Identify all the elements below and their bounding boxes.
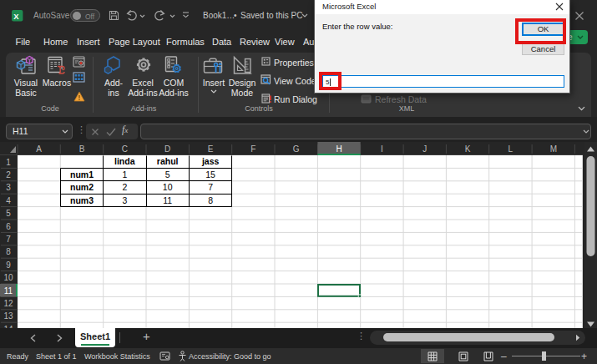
svg-text:7: 7 [208, 182, 213, 192]
svg-text:jass: jass [201, 156, 220, 166]
svg-text:10: 10 [163, 182, 173, 192]
svg-text:E: E [208, 144, 214, 154]
svg-text:4: 4 [6, 196, 11, 205]
svg-text:2: 2 [122, 182, 127, 192]
svg-text:B: B [79, 144, 85, 154]
svg-text:3: 3 [122, 195, 127, 205]
svg-text:H: H [336, 144, 342, 154]
svg-text:F: F [250, 144, 255, 154]
svg-text:7: 7 [6, 235, 11, 244]
svg-text:C: C [122, 144, 128, 154]
svg-text:3: 3 [6, 183, 11, 192]
svg-text:10: 10 [3, 273, 13, 282]
svg-text:1: 1 [122, 169, 127, 179]
svg-text:linda: linda [114, 156, 135, 166]
svg-text:num3: num3 [70, 195, 94, 205]
svg-text:K: K [465, 144, 471, 154]
svg-text:12: 12 [3, 299, 13, 308]
svg-text:L: L [508, 144, 514, 154]
svg-text:11: 11 [4, 286, 13, 296]
svg-text:9: 9 [6, 260, 11, 270]
svg-text:2: 2 [6, 170, 11, 179]
svg-text:11: 11 [163, 195, 172, 205]
svg-text:D: D [164, 144, 170, 154]
svg-text:rahul: rahul [157, 156, 179, 166]
svg-text:15: 15 [205, 169, 215, 179]
svg-text:13: 13 [3, 311, 13, 321]
svg-text:G: G [293, 144, 300, 154]
svg-text:5: 5 [165, 169, 170, 179]
svg-text:num2: num2 [70, 182, 94, 192]
svg-text:A: A [36, 144, 42, 154]
svg-text:X: X [13, 12, 19, 21]
svg-text:8: 8 [208, 195, 213, 205]
svg-text:num1: num1 [70, 169, 94, 179]
svg-text:6: 6 [6, 222, 11, 231]
svg-text:5: 5 [6, 209, 11, 218]
svg-text:M: M [550, 144, 557, 154]
svg-text:I: I [381, 144, 383, 154]
svg-text:1: 1 [6, 158, 11, 167]
svg-text:8: 8 [6, 247, 11, 256]
svg-text:J: J [422, 144, 427, 154]
